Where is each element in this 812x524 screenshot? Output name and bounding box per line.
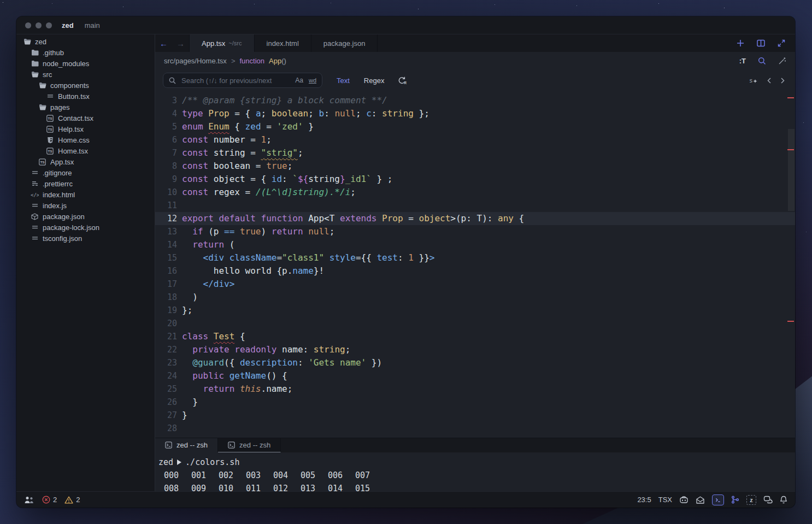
terminal-panel-toggle[interactable] <box>712 494 724 505</box>
search-input[interactable] <box>180 76 292 85</box>
expand-panel-icon[interactable] <box>778 39 785 47</box>
tree-item-package-lock-json[interactable]: package-lock.json <box>16 222 155 233</box>
code-line-14[interactable]: 14 return ( <box>155 238 795 251</box>
notifications-bell-icon[interactable] <box>780 496 787 504</box>
zed-ai-icon[interactable]: z <box>746 495 756 505</box>
tab-package-json[interactable]: package.json <box>311 34 378 52</box>
tree-item-zed[interactable]: zed <box>16 36 155 47</box>
project-title[interactable]: zed <box>62 21 74 30</box>
editor-scrollbar[interactable] <box>788 129 795 211</box>
code-line-26[interactable]: 26 } <box>155 396 795 409</box>
code-line-5[interactable]: 5enum Enum { zed = 'zed' } <box>155 120 795 133</box>
tree-item-components[interactable]: components <box>16 80 155 91</box>
scrollbar-diagnostic-mark[interactable] <box>787 149 794 150</box>
tab-index-html[interactable]: index.html <box>255 34 311 52</box>
tree-item-index-js[interactable]: index.js <box>16 200 155 211</box>
search-mode-text[interactable]: Text <box>337 76 350 85</box>
file-icon <box>31 213 39 220</box>
tree-item-src[interactable]: src <box>16 69 155 80</box>
code-line-8[interactable]: 8const boolean = true; <box>155 160 795 173</box>
replace-icon[interactable]: s <box>749 76 758 85</box>
inline-assist-icon[interactable]: :T <box>739 57 746 65</box>
terminal-tab-2[interactable]: zed -- zsh <box>218 438 281 452</box>
file-icon: TS <box>46 148 54 155</box>
code-line-3[interactable]: 3/** @param {string} a block comment **/ <box>155 94 795 107</box>
tree-item-node-modules[interactable]: node_modules <box>16 58 155 69</box>
code-line-12[interactable]: 12export default function App<T extends … <box>155 212 795 225</box>
git-branch-label[interactable]: main <box>85 21 100 30</box>
tree-item-help-tsx[interactable]: TSHelp.tsx <box>16 123 155 134</box>
scrollbar-diagnostic-mark[interactable] <box>787 321 794 322</box>
tab-app-tsx[interactable]: App.tsx~/src <box>190 34 255 52</box>
new-tab-icon[interactable] <box>737 39 744 47</box>
copilot-icon[interactable] <box>679 496 689 504</box>
code-line-18[interactable]: 18 ) <box>155 291 795 304</box>
tree-item-package-json[interactable]: package.json <box>16 211 155 222</box>
window-close-button[interactable] <box>25 22 31 28</box>
code-line-15[interactable]: 15 <div className="class1" style={{ test… <box>155 251 795 264</box>
whole-word-toggle[interactable]: wd <box>309 77 316 84</box>
magic-wand-icon[interactable] <box>778 57 786 65</box>
code-line-24[interactable]: 24 public getName() { <box>155 369 795 382</box>
chat-panel-icon[interactable] <box>763 496 773 504</box>
code-line-19[interactable]: 19}; <box>155 304 795 317</box>
tree-item-button-tsx[interactable]: Button.tsx <box>16 91 155 102</box>
window-zoom-button[interactable] <box>46 22 52 28</box>
code-line-27[interactable]: 27} <box>155 409 795 422</box>
code-line-23[interactable]: 23 @guard({ description: 'Gets name' }) <box>155 356 795 369</box>
collaboration-button[interactable] <box>24 496 34 504</box>
language-selector[interactable]: TSX <box>658 496 672 504</box>
tree-item-gitignore[interactable]: .gitignore <box>16 167 155 178</box>
code-line-4[interactable]: 4type Prop = { a; boolean; b: null; c: s… <box>155 107 795 120</box>
tree-item-tsconfig-json[interactable]: tsconfig.json <box>16 233 155 244</box>
terminal-tab-1[interactable]: zed -- zsh <box>155 438 218 452</box>
search-mode-regex[interactable]: Regex <box>364 76 385 85</box>
code-line-20[interactable]: 20 <box>155 317 795 330</box>
tab-label: package.json <box>323 39 366 48</box>
code-line-10[interactable]: 10const regex = /(L^\d]string).*/i; <box>155 186 795 199</box>
warning-indicator[interactable]: 2 <box>64 496 80 504</box>
code-line-25[interactable]: 25 return this.name; <box>155 382 795 396</box>
error-indicator[interactable]: 2 <box>42 496 57 504</box>
scrollbar-diagnostic-mark[interactable] <box>787 97 794 98</box>
nav-forward-icon[interactable]: → <box>176 39 185 48</box>
code-line-11[interactable]: 11 <box>155 199 795 212</box>
tree-item-index-html[interactable]: </>index.html <box>16 189 155 200</box>
tree-item-home-css[interactable]: Home.css <box>16 134 155 145</box>
code-line-13[interactable]: 13 if (p == true) return null; <box>155 225 795 238</box>
breadcrumb-symbol[interactable]: App <box>269 57 281 65</box>
tree-item-prettierrc[interactable]: .prettierrc <box>16 178 155 189</box>
project-diagnostics-icon[interactable] <box>731 496 739 504</box>
tree-item-pages[interactable]: pages <box>16 102 155 113</box>
search-box[interactable]: Aa wd <box>163 73 322 88</box>
code-line-6[interactable]: 6const number = 1; <box>155 133 795 146</box>
terminal-panel[interactable]: zed ./colors.sh 000001002003004005006007… <box>155 452 795 491</box>
code-line-21[interactable]: 21class Test { <box>155 330 795 343</box>
split-pane-icon[interactable] <box>757 39 765 47</box>
cycle-search-mode-icon[interactable]: R <box>397 76 407 85</box>
code-line-16[interactable]: 16 hello world {p.name}! <box>155 264 795 278</box>
feedback-icon[interactable] <box>696 496 705 504</box>
prev-match-icon[interactable] <box>767 77 772 84</box>
code-line-content: private readonly name: string; <box>177 343 350 356</box>
code-line-22[interactable]: 22 private readonly name: string; <box>155 343 795 356</box>
code-line-28[interactable]: 28 <box>155 422 795 435</box>
tree-item-app-tsx[interactable]: TSApp.tsx <box>16 156 155 167</box>
tree-item-github[interactable]: .github <box>16 47 155 58</box>
case-sensitive-toggle[interactable]: Aa <box>295 76 303 84</box>
breadcrumb-path[interactable]: src/pages/Home.tsx <box>164 57 227 65</box>
code-line-content: @guard({ description: 'Gets name' }) <box>177 356 382 369</box>
cursor-position[interactable]: 23:5 <box>637 496 651 504</box>
code-line-17[interactable]: 17 </div> <box>155 278 795 291</box>
tree-item-contact-tsx[interactable]: TSContact.tsx <box>16 113 155 123</box>
editor-buffer[interactable]: 3/** @param {string} a block comment **/… <box>155 91 795 438</box>
window-minimize-button[interactable] <box>36 22 42 28</box>
code-line-9[interactable]: 9const object = { id: `${string}_id1` } … <box>155 173 795 186</box>
code-line-7[interactable]: 7const string = "strig"; <box>155 146 795 160</box>
breadcrumb-keyword[interactable]: function <box>239 57 264 65</box>
svg-text:TS: TS <box>48 117 52 120</box>
next-match-icon[interactable] <box>780 77 785 84</box>
tree-item-home-tsx[interactable]: TSHome.tsx <box>16 145 155 156</box>
nav-back-icon[interactable]: ← <box>160 39 168 48</box>
buffer-search-icon[interactable] <box>758 57 766 65</box>
